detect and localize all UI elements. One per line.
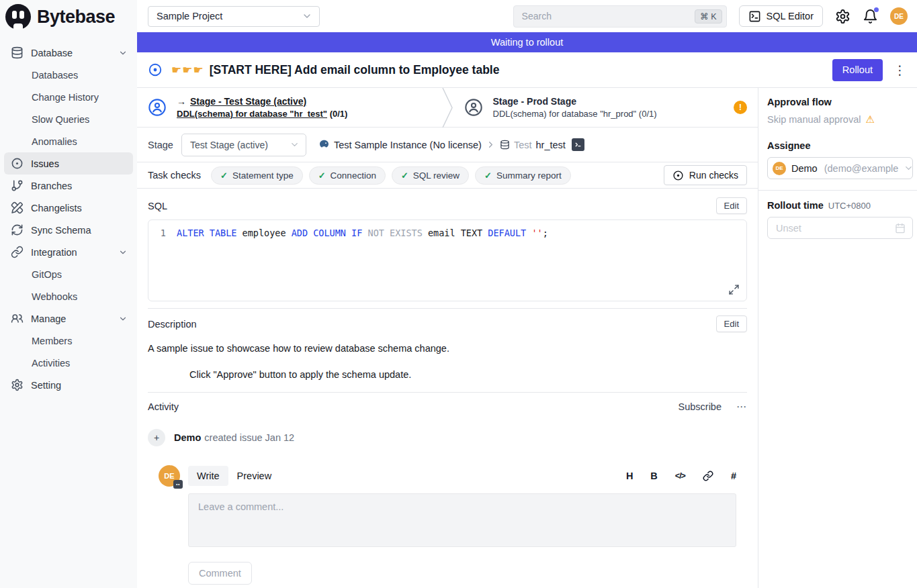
expand-icon[interactable] <box>728 284 740 295</box>
chevron-down-icon <box>118 314 128 324</box>
notification-bell-button[interactable] <box>863 9 878 24</box>
comment-avatar: DE▪▪ <box>159 465 180 487</box>
sidebar-item-sync-schema[interactable]: Sync Schema <box>4 219 133 241</box>
sidebar-item-label: Database <box>31 48 73 58</box>
project-selector-value: Sample Project <box>157 11 222 21</box>
check-icon: ✓ <box>484 170 492 181</box>
chevron-down-icon <box>290 140 300 150</box>
stage-select[interactable]: Test Stage (active) <box>181 134 306 156</box>
sidebar-item-label: Activities <box>32 358 70 369</box>
description-section: Description Edit A sample issue to showc… <box>148 308 747 393</box>
panel-divider <box>758 190 917 191</box>
run-checks-button[interactable]: Run checks <box>664 165 747 185</box>
assignee-select[interactable]: DE Demo (demo@example <box>767 157 913 179</box>
sidebar-item-changelists[interactable]: Changelists <box>4 197 133 219</box>
current-stage-arrow: → <box>177 96 186 107</box>
sidebar-item-activities[interactable]: Activities <box>4 352 133 374</box>
rollout-button[interactable]: Rollout <box>832 59 883 81</box>
approval-flow-value: Skip manual approval <box>767 114 861 125</box>
terminal-square-icon <box>748 10 761 23</box>
bold-format-icon[interactable]: B <box>650 471 657 481</box>
sidebar-item-label: Setting <box>31 380 61 391</box>
comment-submit-button[interactable]: Comment <box>188 562 252 585</box>
sidebar-item-issues[interactable]: Issues <box>4 152 133 175</box>
database-name[interactable]: hr_test <box>536 140 566 150</box>
comment-input[interactable] <box>188 493 736 547</box>
tab-preview[interactable]: Preview <box>228 466 281 486</box>
sidebar-item-gitops[interactable]: GitOps <box>4 263 133 285</box>
heading-format-icon[interactable]: H <box>626 471 633 481</box>
check-sql-review[interactable]: ✓SQL review <box>392 166 469 185</box>
stage-separator-chevron <box>442 88 453 127</box>
link-format-icon[interactable] <box>703 471 713 481</box>
check-connection[interactable]: ✓Connection <box>309 166 386 185</box>
instance-name[interactable]: Test Sample Instance (No license) <box>334 140 482 150</box>
database-icon <box>11 46 24 59</box>
gear-icon <box>11 379 24 391</box>
sidebar-item-setting[interactable]: Setting <box>4 374 133 396</box>
sidebar-item-label: Integration <box>31 247 77 258</box>
description-edit-button[interactable]: Edit <box>716 315 747 332</box>
sidebar-item-database[interactable]: Database <box>4 42 133 64</box>
brand-logo[interactable]: Bytebase <box>0 0 137 32</box>
check-label: Connection <box>331 170 376 181</box>
stage-card-test[interactable]: →Stage - Test Stage (active) DDL(schema)… <box>137 88 442 127</box>
sidebar-item-label: Issues <box>31 158 59 169</box>
sidebar-item-manage[interactable]: Manage <box>4 307 133 330</box>
rollout-time-input[interactable]: Unset <box>767 217 913 239</box>
description-line: A sample issue to showcase how to review… <box>148 342 747 356</box>
stage-card-prod[interactable]: Stage - Prod Stage DDL(schema) for datab… <box>453 88 758 127</box>
more-options-icon[interactable]: ⋯ <box>736 401 747 413</box>
brand-name: Bytebase <box>37 7 115 28</box>
sql-code-block[interactable]: 1ALTER TABLE employee ADD COLUMN IF NOT … <box>148 219 747 301</box>
user-avatar[interactable]: DE <box>890 7 908 25</box>
comment-editor: DE▪▪ Write Preview H B </> # <box>148 446 747 585</box>
check-summary-report[interactable]: ✓Summary report <box>475 166 571 185</box>
bytebase-app: Bytebase Database Databases Change Histo… <box>0 0 917 588</box>
assignee-label: Assignee <box>767 140 917 151</box>
sql-edit-button[interactable]: Edit <box>716 197 747 214</box>
tab-write[interactable]: Write <box>188 466 228 486</box>
chevron-down-icon <box>118 248 128 257</box>
message-bubble-icon: ▪▪ <box>173 480 183 489</box>
sidebar-item-label: Change History <box>32 92 99 103</box>
warning-triangle-icon: ⚠ <box>865 113 874 126</box>
sidebar-item-members[interactable]: Members <box>4 330 133 352</box>
hash-format-icon[interactable]: # <box>731 471 736 481</box>
database-breadcrumb: Test Sample Instance (No license) Test h… <box>318 138 584 151</box>
code-format-icon[interactable]: </> <box>675 471 685 481</box>
sidebar-item-label: Databases <box>32 70 78 81</box>
sidebar-item-databases[interactable]: Databases <box>4 64 133 86</box>
sidebar-item-anomalies[interactable]: Anomalies <box>4 130 133 152</box>
search-box[interactable]: ⌘ K <box>513 5 727 28</box>
link-icon <box>11 246 24 258</box>
sidebar-item-label: Changelists <box>31 203 82 213</box>
sidebar-item-branches[interactable]: Branches <box>4 175 133 197</box>
pencil-ruler-icon <box>11 201 24 214</box>
stage-selector-row: Stage Test Stage (active) Test Sample In… <box>137 128 758 162</box>
sidebar-item-label: Sync Schema <box>31 225 91 236</box>
plus-icon: + <box>148 429 165 446</box>
check-label: SQL review <box>413 170 460 181</box>
task-checks-row: Task checks ✓Statement type ✓Connection … <box>137 162 758 189</box>
chevron-right-icon <box>486 140 496 150</box>
sidebar-item-label: Members <box>32 336 72 346</box>
project-selector[interactable]: Sample Project <box>148 6 320 27</box>
rollout-time-placeholder: Unset <box>776 223 801 234</box>
sidebar-item-slow-queries[interactable]: Slow Queries <box>4 108 133 130</box>
settings-gear-button[interactable] <box>835 9 850 24</box>
open-sql-editor-icon[interactable] <box>572 138 584 151</box>
subscribe-button[interactable]: Subscribe <box>679 401 722 412</box>
sidebar-item-integration[interactable]: Integration <box>4 241 133 263</box>
circle-dot-icon <box>11 157 24 170</box>
assignee-email: (demo@example <box>824 163 899 174</box>
check-statement-type[interactable]: ✓Statement type <box>211 166 303 185</box>
sidebar-item-webhooks[interactable]: Webhooks <box>4 285 133 307</box>
issue-title: [START HERE] Add email column to Employe… <box>210 63 500 77</box>
kebab-menu-icon[interactable]: ⋮ <box>893 64 906 77</box>
search-input[interactable] <box>522 11 695 21</box>
sidebar-item-change-history[interactable]: Change History <box>4 86 133 108</box>
sql-editor-button[interactable]: SQL Editor <box>739 5 823 27</box>
activity-label: Activity <box>148 401 179 412</box>
check-icon: ✓ <box>401 170 408 181</box>
